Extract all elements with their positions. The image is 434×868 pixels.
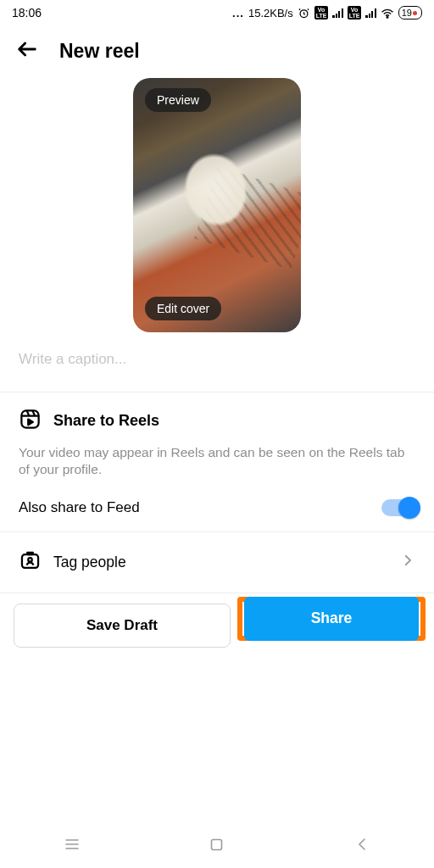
save-draft-button[interactable]: Save Draft bbox=[14, 604, 231, 648]
svg-rect-5 bbox=[212, 839, 222, 849]
status-net-speed: 15.2KB/s bbox=[248, 7, 293, 19]
caption-input[interactable] bbox=[19, 351, 415, 368]
status-right: ... 15.2KB/s VoLTE VoLTE 19 bbox=[232, 6, 422, 19]
page-title: New reel bbox=[59, 40, 140, 63]
share-button-highlight: Share bbox=[237, 597, 426, 641]
system-nav-bar bbox=[0, 821, 434, 868]
svg-point-1 bbox=[387, 16, 388, 18]
tag-people-icon bbox=[19, 549, 42, 576]
home-button[interactable] bbox=[183, 832, 251, 857]
status-time: 18:06 bbox=[12, 6, 42, 19]
reels-icon bbox=[19, 408, 42, 434]
chevron-right-icon bbox=[400, 553, 415, 571]
signal-icon-2 bbox=[365, 8, 376, 18]
reel-preview[interactable]: Preview Edit cover bbox=[133, 78, 301, 332]
also-share-to-feed-row: Also share to Feed bbox=[0, 492, 434, 531]
volte-icon-1: VoLTE bbox=[314, 6, 329, 19]
back-icon[interactable] bbox=[15, 37, 39, 64]
signal-icon-1 bbox=[332, 8, 342, 18]
recents-button[interactable] bbox=[38, 832, 106, 857]
share-label: Share bbox=[311, 609, 353, 627]
preview-area: Preview Edit cover bbox=[0, 73, 434, 348]
tag-people-label: Tag people bbox=[53, 554, 126, 571]
share-to-reels-title: Share to Reels bbox=[53, 412, 159, 430]
share-to-reels-description: Your video may appear in Reels and can b… bbox=[19, 444, 415, 479]
caption-area bbox=[0, 348, 434, 392]
share-button[interactable]: Share bbox=[244, 597, 419, 641]
alarm-icon bbox=[298, 7, 310, 19]
svg-rect-2 bbox=[21, 410, 38, 427]
status-bar: 18:06 ... 15.2KB/s VoLTE VoLTE 19 bbox=[0, 0, 434, 25]
save-draft-label: Save Draft bbox=[86, 617, 158, 634]
preview-button[interactable]: Preview bbox=[145, 88, 211, 112]
battery-percent: 19 bbox=[402, 8, 412, 18]
back-button[interactable] bbox=[328, 832, 396, 857]
battery-icon: 19 bbox=[398, 6, 422, 19]
wifi-icon bbox=[381, 8, 394, 19]
app-header: New reel bbox=[0, 25, 434, 73]
svg-point-4 bbox=[28, 558, 32, 562]
share-to-reels-section: Share to Reels Your video may appear in … bbox=[0, 392, 434, 492]
tag-people-row[interactable]: Tag people bbox=[0, 532, 434, 593]
button-row: Save Draft Share bbox=[0, 593, 434, 665]
also-share-toggle[interactable] bbox=[381, 499, 419, 516]
edit-cover-button[interactable]: Edit cover bbox=[145, 297, 221, 320]
also-share-to-feed-label: Also share to Feed bbox=[19, 499, 140, 516]
volte-icon-2: VoLTE bbox=[348, 6, 362, 19]
